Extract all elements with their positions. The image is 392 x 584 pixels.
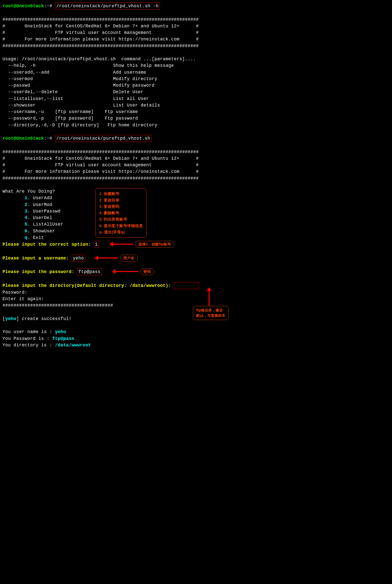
prompt-line-2: root@OneinStack:~# /root/oneinstack/pure… xyxy=(3,135,389,142)
annotation-directory: ftp根目录，建议 默认，可直接回车 xyxy=(193,306,229,320)
usage-row: --userdel,--delete Delete User xyxy=(3,89,389,95)
banner-line2: # FTP virtual user account management # xyxy=(3,162,389,168)
password-prompt-line: Please input the password: ftp@pass xyxy=(3,268,389,275)
usage-row: --usermod Modify directory xyxy=(3,76,389,82)
prompt-line-1: root@OneinStack:~# /root/oneinstack/pure… xyxy=(3,3,389,10)
usage-row: --username,-u [ftp username] Ftp usernam… xyxy=(3,109,389,115)
menu-item: q. Exit xyxy=(3,234,389,241)
directory-prompt-line: Please input the directory(Default direc… xyxy=(3,282,389,289)
command-2[interactable]: /root/oneinstack/pureftpd_vhost.sh xyxy=(56,136,150,141)
password-line: Password: xyxy=(3,289,389,296)
username-input-box[interactable]: yeho xyxy=(72,255,85,262)
banner-line1: # OneinStack for CentOS/RedHat 6+ Debian… xyxy=(3,155,389,162)
arrow-icon xyxy=(116,271,138,272)
menu-item: 4. UserDel xyxy=(3,215,389,221)
output-password: You Password is : ftp@pass xyxy=(3,335,389,342)
directory-input-box[interactable] xyxy=(174,282,199,289)
annotation-menu-translations: 1. 创建账号 2. 更改目录 3. 更改密码 4. 删除帐号 5. 列出所有账… xyxy=(95,188,146,238)
banner-hash: ########################################… xyxy=(3,149,389,155)
usage-row: --useradd,--add Add username xyxy=(3,69,389,76)
annotation-password: 密码 xyxy=(140,268,154,275)
banner-hash: ########################################… xyxy=(3,175,389,182)
output-username: You user name is : yeho xyxy=(3,329,389,335)
prompt-path: ~ xyxy=(47,4,50,9)
option-prompt-line: Please input the correct option: 1 xyxy=(3,241,389,248)
usage-row: --showuser List User details xyxy=(3,102,389,109)
banner-line3: # For more information please visit http… xyxy=(3,168,389,175)
prompt-userhost: root@OneinStack xyxy=(3,4,44,9)
arrow-icon xyxy=(98,257,118,258)
prompt-userhost: root@OneinStack xyxy=(3,136,44,141)
option-input-box[interactable]: 1 xyxy=(94,241,99,248)
terminal-output: root@OneinStack:~# /root/oneinstack/pure… xyxy=(3,3,389,348)
arrow-icon xyxy=(113,244,133,245)
menu-header: What Are You Doing? xyxy=(3,188,389,195)
usage-row: --passwd Modify password xyxy=(3,82,389,89)
menu-item: 5. ListAllUser xyxy=(3,221,389,228)
arrow-icon xyxy=(209,291,210,306)
command-1-box: /root/oneinstack/pureftpd_vhost.sh -h xyxy=(55,3,160,10)
annotation-option: 选择1，创建ftp账号 xyxy=(135,241,174,248)
password-input-box[interactable]: ftp@pass xyxy=(77,268,102,275)
banner-hash: ########################################… xyxy=(3,16,389,23)
usage-row: --help, -h Show this help message xyxy=(3,62,389,69)
banner-line1: # OneinStack for CentOS/RedHat 6+ Debian… xyxy=(3,23,389,29)
prompt-path: ~ xyxy=(47,136,50,141)
output-directory: You directory is : /data/wwwroot xyxy=(3,342,389,348)
usage-row: --listalluser,--list List all User xyxy=(3,95,389,102)
usage-row: --directory,-d,-D [ftp directory] Ftp ho… xyxy=(3,122,389,128)
menu-item: 1. UserAdd xyxy=(3,195,389,201)
password-again-line: Enter it again: xyxy=(3,296,389,302)
menu-item: 3. UserPasswd xyxy=(3,208,389,215)
username-prompt-line: Please input a username: yeho xyxy=(3,255,389,262)
menu-item: 6. ShowUser xyxy=(3,228,389,234)
command-1[interactable]: /root/oneinstack/pureftpd_vhost.sh -h xyxy=(56,4,159,9)
annotation-username: 用户名 xyxy=(120,255,138,261)
usage-row: --password,-p [ftp password] Ftp passwor… xyxy=(3,115,389,122)
banner-line2: # FTP virtual user account management # xyxy=(3,29,389,36)
menu-item: 2. UserMod xyxy=(3,201,389,208)
usage-header: Usage: /root/oneinstack/pureftpd_vhost.s… xyxy=(3,56,389,62)
command-2-box: /root/oneinstack/pureftpd_vhost.sh xyxy=(55,135,152,142)
banner-line3: # For more information please visit http… xyxy=(3,36,389,42)
banner-hash: ########################################… xyxy=(3,43,389,49)
